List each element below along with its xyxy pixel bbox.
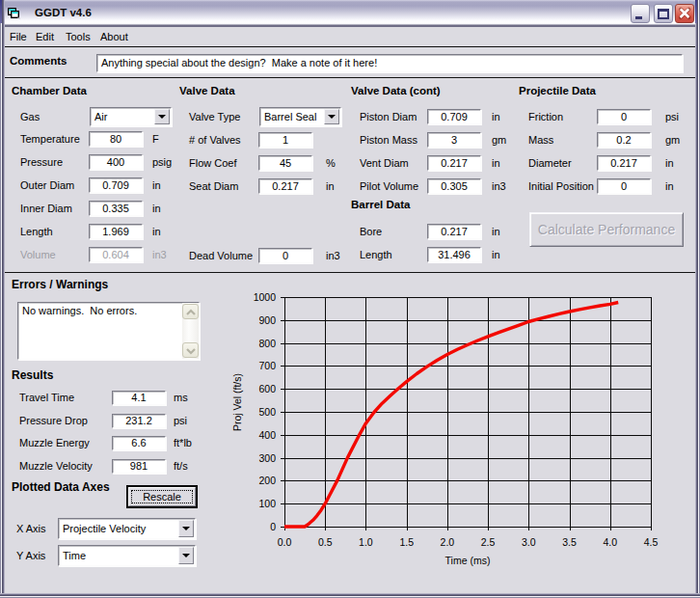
svg-text:Proj Vel (ft/s): Proj Vel (ft/s): [231, 373, 243, 431]
svg-text:100: 100: [258, 498, 276, 509]
svg-text:300: 300: [258, 452, 276, 464]
svg-text:1.5: 1.5: [399, 536, 414, 548]
svg-text:500: 500: [258, 406, 276, 418]
svg-text:2.0: 2.0: [441, 536, 455, 548]
svg-text:400: 400: [258, 429, 276, 441]
svg-text:900: 900: [258, 314, 276, 326]
svg-text:4.0: 4.0: [603, 536, 617, 548]
svg-text:0.0: 0.0: [278, 536, 292, 548]
svg-text:0: 0: [270, 521, 276, 532]
svg-text:800: 800: [258, 338, 276, 349]
svg-text:0.5: 0.5: [318, 536, 333, 548]
svg-text:3.5: 3.5: [562, 536, 577, 548]
svg-text:4.5: 4.5: [644, 536, 659, 548]
svg-text:1.0: 1.0: [359, 536, 373, 548]
svg-text:3.0: 3.0: [522, 536, 536, 548]
svg-text:600: 600: [258, 383, 276, 394]
svg-text:Time (ms): Time (ms): [445, 555, 491, 566]
svg-text:700: 700: [258, 360, 276, 371]
svg-text:1000: 1000: [254, 291, 277, 303]
svg-text:200: 200: [258, 475, 276, 486]
svg-text:2.5: 2.5: [481, 536, 496, 548]
